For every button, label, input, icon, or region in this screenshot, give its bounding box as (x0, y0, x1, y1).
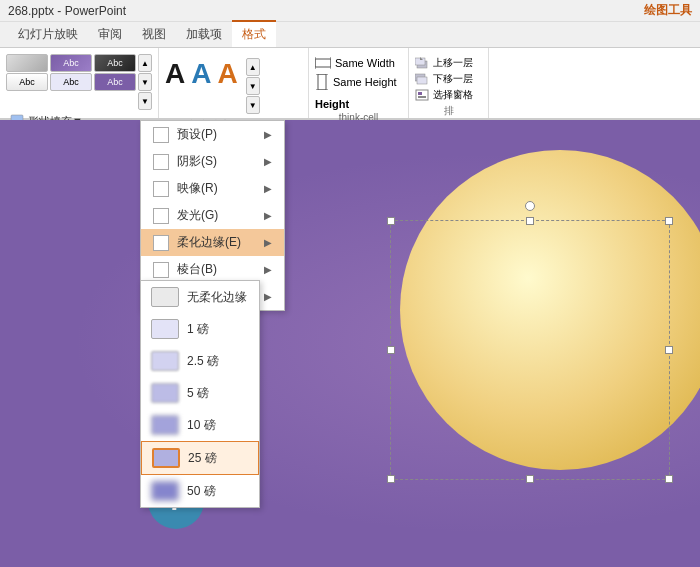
style-swatch-3[interactable]: Abc (94, 54, 136, 72)
down-label: 下移一层 (433, 72, 473, 86)
menu-soft-edge[interactable]: 柔化边缘(E) ▶ (141, 229, 284, 256)
style-swatch-1[interactable] (6, 54, 48, 72)
art-scroll-up[interactable]: ▲ (246, 58, 260, 76)
soft-edge-label: 柔化边缘(E) (177, 234, 241, 251)
select-pane-icon (415, 88, 429, 102)
bevel-arrow: ▶ (264, 264, 272, 275)
same-height-row[interactable]: Same Height (315, 74, 397, 90)
swatch-50 (151, 481, 179, 501)
label-25: 25 磅 (188, 450, 217, 467)
title-bar: 268.pptx - PowerPoint 绘图工具 (0, 0, 700, 22)
slide-area: 7 预设(P) ▶ 阴影(S) ▶ 映像(R) ▶ (0, 120, 700, 567)
art-letter-orange[interactable]: A (217, 58, 237, 114)
menu-bevel[interactable]: 棱台(B) ▶ (141, 256, 284, 283)
handle-tr[interactable] (665, 217, 673, 225)
swatch-25 (152, 448, 180, 468)
svg-rect-23 (418, 92, 422, 95)
style-swatch-4[interactable]: Abc (6, 73, 48, 91)
drawing-tools-label: 绘图工具 (644, 2, 692, 19)
handle-tl[interactable] (387, 217, 395, 225)
preset-label: 预设(P) (177, 126, 217, 143)
label-5: 5 磅 (187, 385, 209, 402)
menu-shadow[interactable]: 阴影(S) ▶ (141, 148, 284, 175)
reflection-label: 映像(R) (177, 180, 218, 197)
height-label-row: Height (315, 98, 397, 110)
height-text-label: Height (315, 98, 349, 110)
art-text-group: A A A ▲ ▼ ▼ A 文本填充▼ (159, 48, 309, 118)
tab-slideshow[interactable]: 幻灯片放映 (8, 22, 88, 47)
art-letter-blue[interactable]: A (191, 58, 211, 114)
soft-edge-50[interactable]: 50 磅 (141, 475, 259, 507)
style-swatch-5[interactable]: Abc (50, 73, 92, 91)
preset-checkbox (153, 127, 169, 143)
bevel-label: 棱台(B) (177, 261, 217, 278)
soft-edge-10[interactable]: 10 磅 (141, 409, 259, 441)
move-up-icon (415, 56, 429, 70)
soft-edge-1[interactable]: 1 磅 (141, 313, 259, 345)
glow-checkbox (153, 208, 169, 224)
preset-arrow: ▶ (264, 129, 272, 140)
arrange-title: 排 (415, 102, 482, 120)
ribbon: Abc Abc Abc Abc Abc ▲ ▼ ▼ (0, 48, 700, 120)
shadow-arrow: ▶ (264, 156, 272, 167)
same-width-row[interactable]: Same Width (315, 56, 397, 70)
glow-label: 发光(G) (177, 207, 218, 224)
art-letter-black[interactable]: A (165, 58, 185, 114)
reflection-checkbox (153, 181, 169, 197)
soft-edge-2-5[interactable]: 2.5 磅 (141, 345, 259, 377)
move-down-icon (415, 72, 429, 86)
rotate-handle[interactable] (525, 201, 535, 211)
menu-reflection[interactable]: 映像(R) ▶ (141, 175, 284, 202)
label-2-5: 2.5 磅 (187, 353, 219, 370)
style-swatch-2[interactable]: Abc (50, 54, 92, 72)
menu-preset[interactable]: 预设(P) ▶ (141, 121, 284, 148)
select-pane-btn[interactable]: 选择窗格 (415, 88, 473, 102)
handle-bm[interactable] (526, 475, 534, 483)
same-height-icon (315, 74, 329, 90)
label-1: 1 磅 (187, 321, 209, 338)
ribbon-tabs: 幻灯片放映 审阅 视图 加载项 格式 (0, 22, 700, 48)
label-none: 无柔化边缘 (187, 289, 247, 306)
same-width-label: Same Width (335, 57, 395, 69)
handle-tm[interactable] (526, 217, 534, 225)
swatch-10 (151, 415, 179, 435)
shape-styles-group: Abc Abc Abc Abc Abc ▲ ▼ ▼ (0, 48, 159, 118)
label-50: 50 磅 (187, 483, 216, 500)
soft-edge-25[interactable]: 25 磅 (141, 441, 259, 475)
swatch-1 (151, 319, 179, 339)
soft-edge-5[interactable]: 5 磅 (141, 377, 259, 409)
handle-mr[interactable] (665, 346, 673, 354)
select-label: 选择窗格 (433, 88, 473, 102)
soft-edge-checkbox (153, 235, 169, 251)
handle-ml[interactable] (387, 346, 395, 354)
tab-view[interactable]: 视图 (132, 22, 176, 47)
swatch-none (151, 287, 179, 307)
tab-addins[interactable]: 加载项 (176, 22, 232, 47)
art-more[interactable]: ▼ (246, 96, 260, 114)
glow-arrow: ▶ (264, 210, 272, 221)
up-label: 上移一层 (433, 56, 473, 70)
menu-glow[interactable]: 发光(G) ▶ (141, 202, 284, 229)
handle-br[interactable] (665, 475, 673, 483)
handle-bl[interactable] (387, 475, 395, 483)
art-scroll-down[interactable]: ▼ (246, 77, 260, 95)
style-scroll-up[interactable]: ▲ (138, 54, 152, 72)
arrange-group: 上移一层 下移一层 选择窗格 排 (409, 48, 489, 118)
move-down-btn[interactable]: 下移一层 (415, 72, 473, 86)
think-cell-group: Same Width Same Height Height think-cell (309, 48, 409, 118)
soft-edge-none[interactable]: 无柔化边缘 (141, 281, 259, 313)
soft-edge-submenu: 无柔化边缘 1 磅 2.5 磅 5 磅 10 磅 25 磅 50 磅 (140, 280, 260, 508)
3d-arrow: ▶ (264, 291, 272, 302)
bevel-checkbox (153, 262, 169, 278)
tab-format[interactable]: 格式 (232, 20, 276, 47)
tab-review[interactable]: 审阅 (88, 22, 132, 47)
selection-box (390, 220, 670, 480)
move-up-btn[interactable]: 上移一层 (415, 56, 473, 70)
style-more[interactable]: ▼ (138, 92, 152, 110)
same-width-icon (315, 56, 331, 70)
svg-rect-21 (417, 77, 427, 84)
svg-rect-15 (318, 74, 326, 90)
style-swatch-6[interactable]: Abc (94, 73, 136, 91)
svg-rect-12 (315, 59, 331, 67)
style-scroll-down[interactable]: ▼ (138, 73, 152, 91)
